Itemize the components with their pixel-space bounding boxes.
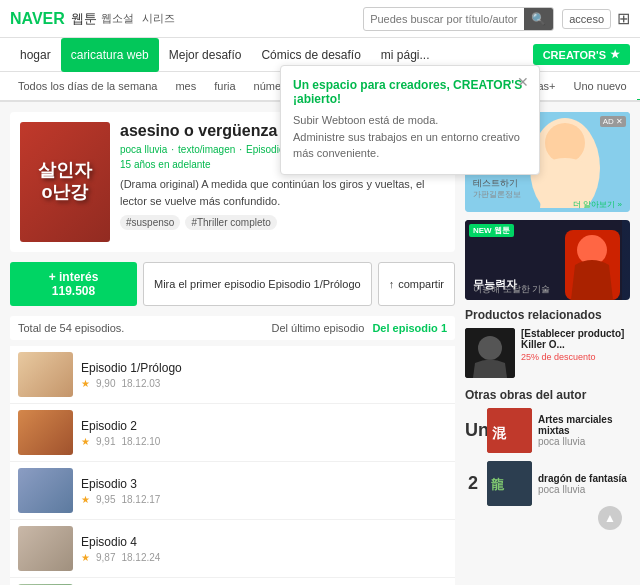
comic-tag-thriller[interactable]: #Thriller completo [185, 215, 276, 230]
episode-sort: Del último episodio Del episodio 1 [271, 322, 447, 334]
star-icon-4: ★ [81, 552, 90, 563]
creators-label: CREATOR'S [543, 49, 606, 61]
author-item-1[interactable]: Uno 混 Artes marciales mixtas poca lluvia [465, 408, 630, 453]
share-button[interactable]: ↑ compartir [378, 262, 455, 306]
author-info-2: dragón de fantasía poca lluvia [538, 473, 630, 495]
ad-more-link[interactable]: 더 알아보기 » [573, 199, 622, 210]
author-num-2: 2 [465, 473, 481, 494]
episode-meta-4: ★ 9,87 18.12.24 [81, 552, 447, 563]
episode-item[interactable]: Episodio 2 ★ 9,91 18.12.10 [10, 404, 455, 462]
svg-point-2 [545, 123, 585, 163]
interest-button[interactable]: + interés 119.508 [10, 262, 137, 306]
episode-thumb-1 [18, 352, 73, 397]
sort-from-ep1[interactable]: Del episodio 1 [372, 322, 447, 334]
episode-info-4: Episodio 4 ★ 9,87 18.12.24 [81, 535, 447, 563]
author-info-1: Artes marciales mixtas poca lluvia [538, 414, 630, 447]
author-item-2[interactable]: 2 龍 dragón de fantasía poca lluvia [465, 461, 630, 506]
popup-title-text: Un espacio para creadores, [293, 78, 450, 92]
star-icon-1: ★ [81, 378, 90, 389]
action-buttons: + interés 119.508 Mira el primer episodi… [10, 262, 455, 306]
svg-point-7 [478, 336, 502, 360]
nav-caricatura[interactable]: caricatura web [61, 38, 159, 72]
episode-list-header: Total de 54 episodios. Del último episod… [10, 316, 455, 340]
popup-title: Un espacio para creadores, CREATOR'S ¡ab… [293, 78, 527, 106]
share-icon: ↑ [389, 278, 395, 290]
episode-date-3: 18.12.17 [121, 494, 160, 505]
genre-tab-uno-nuevo[interactable]: Uno nuevo [566, 72, 635, 101]
promo-banner[interactable]: NEW 웹툰 무능력자 이능해 도달한 기술 [465, 220, 630, 300]
related-item[interactable]: [Establecer producto] Killer O... 25% de… [465, 328, 630, 378]
genre-tab-all-week[interactable]: Todos los días de la semana [10, 72, 165, 101]
search-bar: 🔍 [363, 7, 554, 31]
comic-description: (Drama original) A medida que continúan … [120, 176, 445, 209]
episode-date-4: 18.12.24 [121, 552, 160, 563]
promo-new-badge: NEW 웹툰 [469, 224, 514, 237]
creators-popup: ✕ Un espacio para creadores, CREATOR'S ¡… [280, 65, 540, 175]
episode-item[interactable]: Episodio 4 ★ 9,87 18.12.24 [10, 520, 455, 578]
header-link-webnovel[interactable]: 웹소설 [101, 11, 134, 26]
ad-info-text: 가판길론정보 [473, 189, 521, 200]
search-button[interactable]: 🔍 [524, 8, 553, 30]
episode-date-1: 18.12.03 [121, 378, 160, 389]
author-num-1: Uno [465, 420, 481, 441]
logo-naver: NAVER [10, 10, 65, 28]
episode-meta-2: ★ 9,91 18.12.10 [81, 436, 447, 447]
comic-author: poca lluvia [120, 144, 167, 155]
svg-text:龍: 龍 [491, 477, 505, 492]
comic-tags: #suspenso #Thriller completo [120, 215, 445, 230]
ad-label: AD ✕ [600, 116, 626, 127]
popup-description: Subir Webtoon está de moda. Administre s… [293, 112, 527, 162]
first-episode-button[interactable]: Mira el primer episodio Episodio 1/Prólo… [143, 262, 372, 306]
login-button[interactable]: acceso [562, 9, 611, 29]
author-thumb-1: 混 [487, 408, 532, 453]
related-section: Productos relacionados [Establecer produ… [465, 308, 630, 378]
author-work-title-2: dragón de fantasía [538, 473, 630, 484]
episode-item[interactable]: Episodio 1/Prólogo ★ 9,90 18.12.03 [10, 346, 455, 404]
popup-title-highlight: CREATOR'S [453, 78, 522, 92]
share-label: compartir [398, 278, 444, 290]
comic-tag-suspenso[interactable]: #suspenso [120, 215, 180, 230]
popup-line1: Subir Webtoon está de moda. [293, 112, 527, 129]
author-section: Otras obras del autor Uno 混 Artes marcia… [465, 388, 630, 538]
related-title: Productos relacionados [465, 308, 630, 322]
related-discount: 25% de descuento [521, 352, 630, 362]
header: NAVER 웹툰 웹소설 시리즈 🔍 acceso ⊞ [0, 0, 640, 38]
related-thumb [465, 328, 515, 378]
promo-sub: 이능해 도달한 기술 [473, 283, 550, 296]
episode-info-1: Episodio 1/Prólogo ★ 9,90 18.12.03 [81, 361, 447, 389]
author-name-2: poca lluvia [538, 484, 630, 495]
scroll-to-top-button[interactable]: ▲ [598, 506, 622, 530]
search-input[interactable] [364, 10, 524, 28]
nav-hogar[interactable]: hogar [10, 38, 61, 72]
nav-desafio[interactable]: Mejor desafío [159, 38, 252, 72]
header-link-series[interactable]: 시리즈 [142, 11, 175, 26]
episode-title-1: Episodio 1/Prólogo [81, 361, 447, 375]
creators-star-icon: ★ [610, 48, 620, 61]
episode-rating-4: 9,87 [96, 552, 115, 563]
episode-meta-1: ★ 9,90 18.12.03 [81, 378, 447, 389]
genre-tab-furia[interactable]: furia [206, 72, 243, 101]
grid-icon[interactable]: ⊞ [617, 9, 630, 28]
related-name: [Establecer producto] Killer O... [521, 328, 630, 350]
author-thumb-2: 龍 [487, 461, 532, 506]
svg-text:混: 混 [492, 425, 507, 441]
popup-line2: Administre sus trabajos en un entorno cr… [293, 129, 527, 162]
episode-info-2: Episodio 2 ★ 9,91 18.12.10 [81, 419, 447, 447]
episode-info-3: Episodio 3 ★ 9,95 18.12.17 [81, 477, 447, 505]
episode-rating-3: 9,95 [96, 494, 115, 505]
episode-thumb-2 [18, 410, 73, 455]
episode-thumb-3 [18, 468, 73, 513]
popup-close-button[interactable]: ✕ [517, 74, 529, 90]
sort-last-episode[interactable]: Del último episodio [271, 322, 364, 334]
comic-thumb-text: 살인자o난강 [38, 160, 92, 203]
episode-item[interactable]: Episodio 5 ★ 9,97 18.12.31 [10, 578, 455, 585]
episode-item[interactable]: Episodio 3 ★ 9,95 18.12.17 [10, 462, 455, 520]
logo-webtoon: 웹툰 [71, 10, 97, 28]
creators-promo-button[interactable]: CREATOR'S ★ [533, 44, 630, 65]
author-name-1: poca lluvia [538, 436, 630, 447]
episode-rating-1: 9,90 [96, 378, 115, 389]
genre-tab-mes[interactable]: mes [167, 72, 204, 101]
episode-title-3: Episodio 3 [81, 477, 447, 491]
comic-type: texto/imagen [178, 144, 235, 155]
content-right: AD ✕ 테스트하기 가판길론정보 더 알아보기 » NEW 웹툰 무능력자 이… [465, 112, 630, 585]
